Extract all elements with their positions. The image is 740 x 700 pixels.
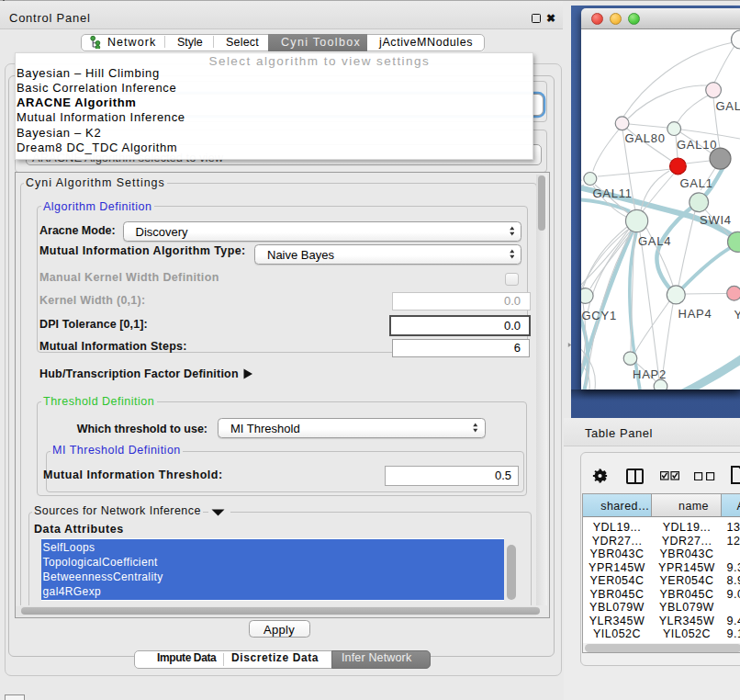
svg-text:GAL11: GAL11 xyxy=(593,186,633,200)
svg-text:GCY1: GCY1 xyxy=(582,309,617,322)
svg-text:GAL1: GAL1 xyxy=(680,176,713,190)
svg-text:HAP4: HAP4 xyxy=(678,307,712,321)
svg-text:GAL80: GAL80 xyxy=(625,131,666,145)
svg-text:GAL10: GAL10 xyxy=(677,138,717,152)
svg-text:HAP2: HAP2 xyxy=(633,367,667,381)
svg-text:GAL7: GAL7 xyxy=(716,99,740,113)
svg-text:Y: Y xyxy=(734,308,740,322)
svg-text:SWI4: SWI4 xyxy=(700,213,732,227)
svg-text:GAL4: GAL4 xyxy=(638,234,671,248)
